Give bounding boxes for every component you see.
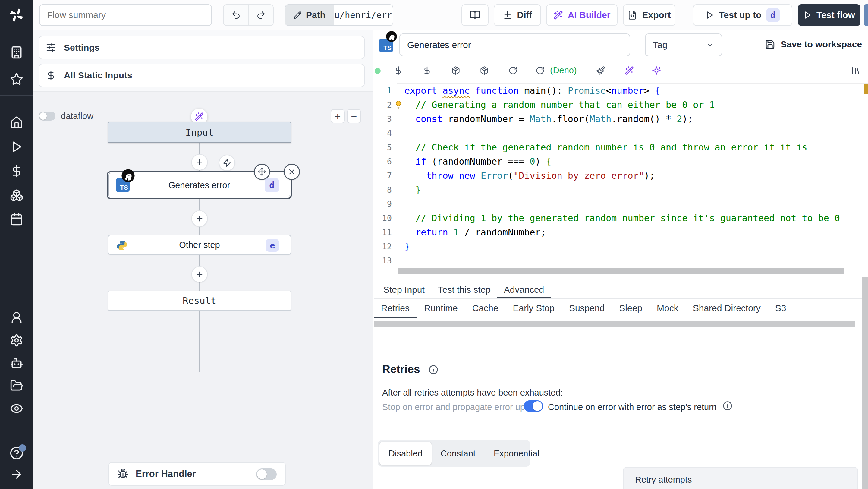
error-handler-card[interactable]: Error Handler [108,462,286,486]
step-name-input[interactable] [399,33,630,56]
schedules-calendar-icon[interactable] [10,213,23,226]
users-icon[interactable] [10,311,23,324]
code-line[interactable]: 12} [374,239,868,253]
move-node-button[interactable] [254,164,270,180]
tab-step-input[interactable]: Step Input [377,282,431,299]
code-line[interactable]: 13 [374,253,868,268]
code-line[interactable]: 8 } [374,183,868,197]
package-icon[interactable] [451,66,460,75]
subtabs-scrollbar[interactable] [374,322,855,327]
ai-wand-icon[interactable] [625,66,634,75]
info-icon[interactable] [429,365,438,374]
code-text: if (randomNumber === 0) { [404,156,552,167]
code-line[interactable]: 4 [374,126,868,140]
undo-icon[interactable] [224,10,248,20]
runs-play-icon[interactable] [10,141,23,153]
windmill-logo-icon[interactable] [8,7,25,24]
trigger-zap-button[interactable] [219,155,235,171]
subtab-retries[interactable]: Retries [374,300,417,318]
code-editor[interactable]: 1export async function main(): Promise<n… [374,82,868,275]
collapsed-panel-handle[interactable] [864,4,868,26]
line-number: 4 [374,128,392,138]
code-line[interactable]: 6 if (randomNumber === 0) { [374,154,868,169]
code-line[interactable]: 11 return 1 / randomNumber; [374,225,868,239]
line-number: 6 [374,157,392,166]
export-button[interactable]: Export [623,4,675,26]
dataflow-toggle[interactable] [38,112,56,121]
settings-gear-icon[interactable] [10,334,23,347]
subtab-suspend[interactable]: Suspend [562,300,612,318]
step-tabs: Step InputTest this stepAdvanced [374,282,868,299]
code-line[interactable]: 2 // Generating a random number that can… [374,98,868,112]
resources-dollar-icon[interactable] [423,66,432,75]
test-flow-button[interactable]: Test flow [798,4,861,26]
test-up-to-button[interactable]: Test up to d [693,4,792,26]
diff-button[interactable]: Diff [494,4,541,26]
file-code-icon [627,10,637,20]
retry-mode-disabled[interactable]: Disabled [379,442,432,465]
lightbulb-icon[interactable] [394,99,403,109]
subtab-runtime[interactable]: Runtime [417,300,465,318]
code-line[interactable]: 1export async function main(): Promise<n… [374,84,868,98]
workers-bot-icon[interactable] [10,357,23,370]
code-line[interactable]: 7 throw new Error("Division by zero erro… [374,169,868,183]
ai-sparkles-icon[interactable] [652,66,661,75]
editor-horizontal-scrollbar[interactable] [398,268,844,274]
reload-icon[interactable] [535,66,545,75]
tab-test-this-step[interactable]: Test this step [431,282,497,299]
add-step-button[interactable] [191,210,208,227]
add-step-button[interactable] [191,154,208,170]
retry-mode-constant[interactable]: Constant [432,442,485,465]
code-line[interactable]: 3 const randomNumber = Math.floor(Math.r… [374,112,868,126]
subtab-shared-directory[interactable]: Shared Directory [686,300,768,318]
subtab-mock[interactable]: Mock [650,300,686,318]
path-value: u/henri/err [334,10,393,20]
graph-node-other-step[interactable]: Other step e [108,235,291,255]
package-icon[interactable] [480,66,489,75]
subtab-cache[interactable]: Cache [465,300,506,318]
audit-eye-icon[interactable] [10,402,23,415]
workspace-building-icon[interactable] [10,46,23,59]
docs-button[interactable] [461,4,489,26]
sidebar-divider [0,95,33,96]
graph-node-result[interactable]: Result [108,291,291,310]
tag-select[interactable]: Tag [645,33,722,56]
path-group[interactable]: Path u/henri/err [285,4,393,26]
code-line[interactable]: 9 [374,197,868,211]
variables-dollar-icon[interactable] [10,164,23,178]
folders-icon[interactable] [10,379,23,392]
flow-summary-input[interactable] [39,4,212,26]
save-to-workspace-button[interactable]: Save to workspace [765,39,862,50]
info-icon[interactable] [723,401,733,410]
variables-dollar-icon[interactable] [394,66,403,75]
ai-builder-button[interactable]: AI Builder [546,4,618,26]
add-step-button[interactable] [191,266,208,282]
retry-mode-exponential[interactable]: Exponential [485,442,549,465]
panel-vertical-scrollbar[interactable] [862,277,868,489]
zoom-in-button[interactable]: + [331,109,345,123]
delete-node-button[interactable] [284,164,300,180]
static-inputs-button[interactable]: All Static Inputs [38,64,365,87]
format-brush-icon[interactable] [596,66,605,75]
favorites-star-icon[interactable] [10,73,23,86]
path-button-label: Path [306,10,326,20]
error-behavior-toggle[interactable] [524,400,543,412]
zoom-out-button[interactable]: − [347,109,361,123]
tab-advanced[interactable]: Advanced [497,282,551,299]
subtab-early-stop[interactable]: Early Stop [505,300,561,318]
code-line[interactable]: 10 // Dividing 1 by the generated random… [374,211,868,225]
expand-sidebar-arrow-icon[interactable] [10,467,23,481]
home-icon[interactable] [10,116,23,129]
subtab-s3[interactable]: S3 [768,300,794,318]
chevron-down-icon [706,41,714,49]
runtime-deno-label[interactable]: (Deno) [550,65,577,75]
reload-icon[interactable] [508,66,518,75]
library-icon[interactable] [851,66,861,76]
resources-boxes-icon[interactable] [10,189,23,202]
flow-settings-button[interactable]: Settings [38,36,365,59]
graph-node-input[interactable]: Input [108,122,291,143]
error-handler-toggle[interactable] [256,468,277,480]
code-line[interactable]: 5 // Check if the generated random numbe… [374,140,868,154]
subtab-sleep[interactable]: Sleep [612,300,650,318]
redo-icon[interactable] [249,10,273,20]
